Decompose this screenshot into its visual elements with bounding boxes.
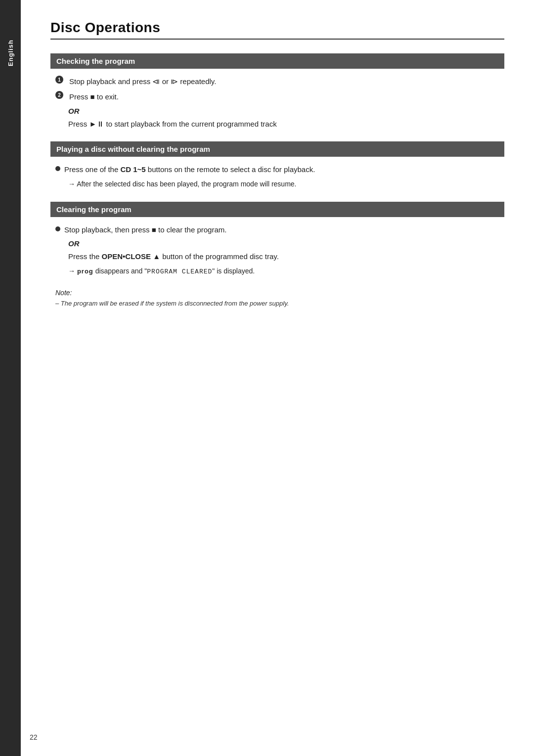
section-playing: Playing a disc without clearing the prog… [50, 141, 504, 190]
section-header-clearing: Clearing the program [50, 202, 504, 217]
sidebar-label: English [7, 40, 14, 66]
step-1-line: 1 Stop playback and press ⧏ or ⧐ repeate… [55, 76, 504, 87]
note-block: Note: – The program will be erased if th… [55, 289, 504, 309]
step-1-number: 1 [55, 76, 63, 84]
section-clearing: Clearing the program Stop playback, then… [50, 202, 504, 277]
bullet-dot-clearing [55, 226, 60, 231]
clearing-text-1: Stop playback, then press ■ to clear the… [64, 224, 504, 235]
section-checking: Checking the program 1 Stop playback and… [50, 53, 504, 130]
playing-bullet-1: Press one of the CD 1~5 buttons on the r… [55, 164, 504, 175]
sidebar: English [0, 0, 21, 756]
playing-content: Press one of the CD 1~5 buttons on the r… [50, 164, 504, 190]
page-number: 22 [30, 733, 38, 741]
step-1-text: Stop playback and press ⧏ or ⧐ repeatedl… [69, 76, 504, 87]
note-text: – The program will be erased if the syst… [55, 299, 504, 309]
checking-or: OR [68, 107, 504, 115]
checking-press-playback: Press ►⏸ to start playback from the curr… [68, 118, 504, 130]
step-2-line: 2 Press ■ to exit. [55, 91, 504, 102]
step-2-text: Press ■ to exit. [69, 91, 504, 102]
clearing-bullet-1: Stop playback, then press ■ to clear the… [55, 224, 504, 235]
note-label: Note: [55, 289, 504, 297]
playing-arrow: After the selected disc has been played,… [68, 179, 504, 190]
clearing-openclose: Press the OPEN•CLOSE ▲ button of the pro… [68, 251, 504, 262]
section-header-checking: Checking the program [50, 53, 504, 69]
clearing-content: Stop playback, then press ■ to clear the… [50, 224, 504, 277]
title-divider [50, 39, 504, 40]
step-2-number: 2 [55, 91, 63, 99]
section-header-playing: Playing a disc without clearing the prog… [50, 141, 504, 157]
playing-text: Press one of the CD 1~5 buttons on the r… [64, 164, 504, 175]
checking-content: 1 Stop playback and press ⧏ or ⧐ repeate… [50, 76, 504, 130]
page-title: Disc Operations [50, 20, 504, 36]
main-content: Disc Operations Checking the program 1 S… [21, 0, 534, 756]
clearing-or: OR [68, 239, 504, 248]
clearing-arrow-prog: PROG disappears and "PROGRAM CLEARED" is… [68, 266, 504, 277]
bullet-dot-playing [55, 166, 60, 171]
